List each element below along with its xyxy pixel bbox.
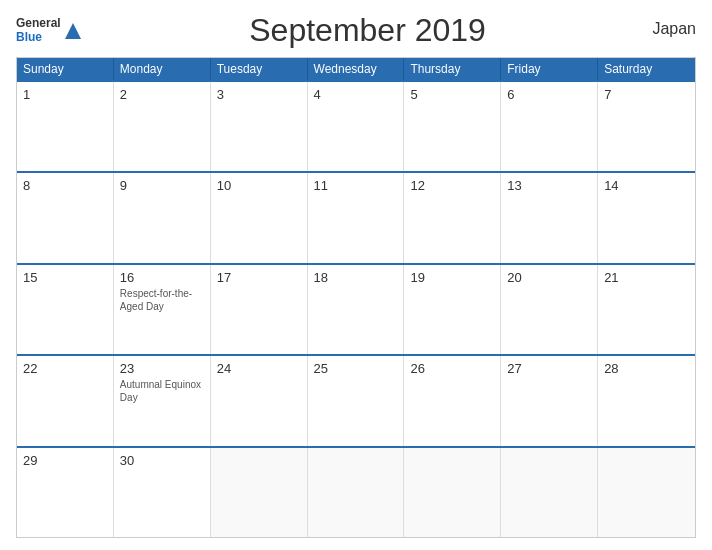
- calendar-cell: [598, 448, 695, 537]
- calendar: Sunday Monday Tuesday Wednesday Thursday…: [16, 57, 696, 538]
- calendar-cell: 12: [404, 173, 501, 262]
- calendar-body: 12345678910111213141516Respect-for-the-A…: [17, 80, 695, 537]
- logo-icon: [63, 21, 83, 41]
- calendar-week-5: 2930: [17, 446, 695, 537]
- day-number: 4: [314, 87, 398, 102]
- day-number: 18: [314, 270, 398, 285]
- calendar-cell: [308, 448, 405, 537]
- calendar-cell: 11: [308, 173, 405, 262]
- calendar-cell: 13: [501, 173, 598, 262]
- day-number: 2: [120, 87, 204, 102]
- calendar-cell: 1: [17, 82, 114, 171]
- calendar-cell: 29: [17, 448, 114, 537]
- holiday-label: Autumnal Equinox Day: [120, 378, 204, 404]
- page: General Blue September 2019 Japan Sunday…: [0, 0, 712, 550]
- calendar-cell: 20: [501, 265, 598, 354]
- day-number: 22: [23, 361, 107, 376]
- country-label: Japan: [652, 20, 696, 38]
- day-number: 7: [604, 87, 689, 102]
- calendar-cell: 5: [404, 82, 501, 171]
- calendar-cell: 19: [404, 265, 501, 354]
- calendar-cell: 18: [308, 265, 405, 354]
- calendar-cell: [501, 448, 598, 537]
- day-number: 11: [314, 178, 398, 193]
- calendar-week-1: 1234567: [17, 80, 695, 171]
- day-number: 16: [120, 270, 204, 285]
- day-number: 20: [507, 270, 591, 285]
- calendar-cell: 16Respect-for-the-Aged Day: [114, 265, 211, 354]
- col-wednesday: Wednesday: [308, 58, 405, 80]
- calendar-cell: 23Autumnal Equinox Day: [114, 356, 211, 445]
- holiday-label: Respect-for-the-Aged Day: [120, 287, 204, 313]
- calendar-cell: 3: [211, 82, 308, 171]
- logo-general: General: [16, 17, 61, 30]
- calendar-cell: 26: [404, 356, 501, 445]
- day-number: 13: [507, 178, 591, 193]
- day-number: 12: [410, 178, 494, 193]
- day-number: 19: [410, 270, 494, 285]
- day-number: 30: [120, 453, 204, 468]
- calendar-cell: 27: [501, 356, 598, 445]
- day-number: 14: [604, 178, 689, 193]
- page-title: September 2019: [83, 12, 653, 49]
- day-number: 25: [314, 361, 398, 376]
- day-number: 6: [507, 87, 591, 102]
- calendar-header: Sunday Monday Tuesday Wednesday Thursday…: [17, 58, 695, 80]
- calendar-cell: 4: [308, 82, 405, 171]
- calendar-cell: 14: [598, 173, 695, 262]
- calendar-cell: 21: [598, 265, 695, 354]
- day-number: 8: [23, 178, 107, 193]
- day-number: 21: [604, 270, 689, 285]
- calendar-cell: 9: [114, 173, 211, 262]
- header: General Blue September 2019 Japan: [16, 12, 696, 49]
- logo: General Blue: [16, 17, 83, 43]
- col-tuesday: Tuesday: [211, 58, 308, 80]
- calendar-cell: 17: [211, 265, 308, 354]
- calendar-cell: 10: [211, 173, 308, 262]
- col-monday: Monday: [114, 58, 211, 80]
- calendar-cell: 15: [17, 265, 114, 354]
- day-number: 3: [217, 87, 301, 102]
- calendar-week-3: 1516Respect-for-the-Aged Day1718192021: [17, 263, 695, 354]
- calendar-cell: 22: [17, 356, 114, 445]
- calendar-cell: 30: [114, 448, 211, 537]
- logo-blue: Blue: [16, 31, 61, 44]
- calendar-week-2: 891011121314: [17, 171, 695, 262]
- day-number: 9: [120, 178, 204, 193]
- col-saturday: Saturday: [598, 58, 695, 80]
- col-friday: Friday: [501, 58, 598, 80]
- day-number: 10: [217, 178, 301, 193]
- calendar-cell: 24: [211, 356, 308, 445]
- calendar-cell: 28: [598, 356, 695, 445]
- calendar-cell: 2: [114, 82, 211, 171]
- day-number: 26: [410, 361, 494, 376]
- calendar-cell: [404, 448, 501, 537]
- day-number: 28: [604, 361, 689, 376]
- day-number: 27: [507, 361, 591, 376]
- calendar-cell: [211, 448, 308, 537]
- day-number: 1: [23, 87, 107, 102]
- calendar-week-4: 2223Autumnal Equinox Day2425262728: [17, 354, 695, 445]
- calendar-cell: 6: [501, 82, 598, 171]
- calendar-cell: 7: [598, 82, 695, 171]
- day-number: 29: [23, 453, 107, 468]
- col-sunday: Sunday: [17, 58, 114, 80]
- svg-marker-0: [65, 23, 81, 39]
- day-number: 5: [410, 87, 494, 102]
- day-number: 17: [217, 270, 301, 285]
- col-thursday: Thursday: [404, 58, 501, 80]
- day-number: 23: [120, 361, 204, 376]
- calendar-cell: 8: [17, 173, 114, 262]
- day-number: 15: [23, 270, 107, 285]
- day-number: 24: [217, 361, 301, 376]
- calendar-cell: 25: [308, 356, 405, 445]
